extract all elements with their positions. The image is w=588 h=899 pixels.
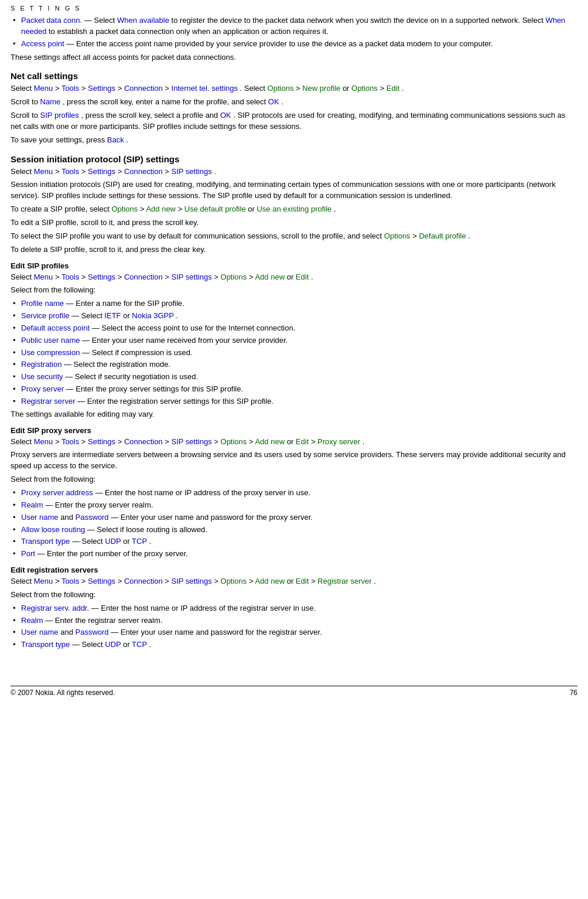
text: > bbox=[140, 205, 146, 213]
list-item-content: Realm — Enter the registrar server realm… bbox=[21, 615, 577, 626]
text: or bbox=[123, 537, 132, 546]
text: . bbox=[402, 84, 404, 93]
list-item-content: Public user name — Enter your user name … bbox=[21, 335, 577, 346]
list-item-content: Access point — Enter the access point na… bbox=[21, 39, 577, 50]
text: > bbox=[249, 437, 255, 446]
settings-link: Settings bbox=[88, 273, 115, 281]
text: . bbox=[176, 311, 178, 320]
bullet-dot: • bbox=[11, 500, 21, 511]
settings-link: Settings bbox=[88, 167, 115, 176]
edit-reg-heading: Edit registration servers bbox=[11, 566, 577, 574]
text: . bbox=[374, 577, 376, 585]
text: . bbox=[281, 97, 283, 106]
use-security-link: Use security bbox=[21, 372, 63, 381]
text: and bbox=[60, 628, 75, 636]
text: > bbox=[165, 437, 171, 446]
text: To save your settings, press bbox=[11, 135, 107, 144]
realm-link: Realm bbox=[21, 500, 43, 509]
default-access-point-link: Default access point bbox=[21, 323, 90, 332]
text: — Enter the proxy server settings for th… bbox=[66, 384, 244, 393]
list-item: • Realm — Enter the proxy server realm. bbox=[11, 500, 577, 511]
transport-type-link: Transport type bbox=[21, 640, 70, 649]
options-link: Options bbox=[221, 273, 247, 281]
when-available-link: When available bbox=[117, 16, 169, 25]
text: and bbox=[60, 513, 75, 522]
ok2-link: OK bbox=[220, 111, 231, 120]
text: or bbox=[287, 273, 296, 281]
text: Select bbox=[11, 577, 34, 585]
list-item-content: User name and Password — Enter your user… bbox=[21, 512, 577, 523]
text: or bbox=[123, 311, 132, 320]
sip-settings-link: SIP settings bbox=[172, 577, 212, 585]
realm-link: Realm bbox=[21, 616, 43, 625]
text: . bbox=[311, 273, 313, 281]
password-link: Password bbox=[76, 513, 109, 522]
back-link: Back bbox=[107, 135, 124, 144]
text: — Select if security negotiation is used… bbox=[65, 372, 198, 381]
registrar-server-link: Registrar server bbox=[317, 577, 371, 585]
list-item-content: Transport type — Select UDP or TCP . bbox=[21, 639, 577, 651]
sip-profiles-link: SIP profiles bbox=[40, 111, 79, 120]
sip-p1: Select Menu > Tools > Settings > Connect… bbox=[11, 166, 577, 178]
packet-data-conn-link: Packet data conn. bbox=[21, 16, 82, 25]
use-compression-link: Use compression bbox=[21, 348, 80, 357]
text: Select bbox=[11, 273, 34, 281]
text: . bbox=[334, 205, 336, 213]
text: — Enter the host name or IP address of t… bbox=[95, 488, 310, 497]
bullet-dot: • bbox=[11, 615, 21, 626]
settings-link: Settings bbox=[88, 84, 115, 93]
text: — Enter your user name and password for … bbox=[111, 513, 313, 522]
password-link: Password bbox=[76, 628, 109, 636]
menu-link: Menu bbox=[34, 167, 53, 176]
proxy-server-link: Proxy server bbox=[21, 384, 64, 393]
copyright: © 2007 Nokia. All rights reserved. bbox=[11, 689, 115, 697]
text: . bbox=[149, 537, 152, 546]
tools-link: Tools bbox=[61, 167, 79, 176]
bullet-dot: • bbox=[11, 39, 21, 50]
add-new-link: Add new bbox=[255, 577, 285, 585]
bullet-dot: • bbox=[11, 323, 21, 334]
text: or bbox=[343, 84, 351, 93]
options2-link: Options bbox=[351, 84, 378, 93]
text: > bbox=[214, 273, 220, 281]
list-item-content: Proxy server address — Enter the host na… bbox=[21, 488, 577, 499]
bullet-dot: • bbox=[11, 549, 21, 560]
text: — Select bbox=[84, 16, 117, 25]
tcp-link: TCP bbox=[132, 537, 147, 546]
access-point-link: Access point bbox=[21, 39, 64, 48]
text: > bbox=[118, 84, 124, 93]
edit-proxy-p2: Proxy servers are intermediate servers b… bbox=[11, 450, 577, 472]
menu-link: Menu bbox=[34, 437, 53, 446]
page-number: 76 bbox=[570, 689, 577, 697]
list-item-content: Use compression — Select if compression … bbox=[21, 348, 577, 359]
text: Scroll to bbox=[11, 111, 40, 120]
text: — Select if compression is used. bbox=[82, 348, 193, 357]
page-title: S e t t i n g s bbox=[11, 5, 577, 12]
net-call-p3: Scroll to SIP profiles , press the scrol… bbox=[11, 110, 577, 132]
text: > bbox=[118, 167, 124, 176]
edit-proxy-p1: Select Menu > Tools > Settings > Connect… bbox=[11, 437, 577, 448]
list-item: • Access point — Enter the access point … bbox=[11, 39, 577, 50]
text: — Select bbox=[72, 640, 105, 649]
bullet-dot: • bbox=[11, 525, 21, 536]
text: > bbox=[81, 273, 88, 281]
bullet-dot: • bbox=[11, 627, 21, 638]
text: , press the scroll key, enter a name for… bbox=[63, 97, 268, 106]
bullet-dot: • bbox=[11, 396, 21, 407]
list-item-content: Realm — Enter the proxy server realm. bbox=[21, 500, 577, 511]
edit-sip-p1: Select Menu > Tools > Settings > Connect… bbox=[11, 272, 577, 283]
options-link: Options bbox=[268, 84, 294, 93]
text: Select bbox=[11, 84, 34, 93]
options-link: Options bbox=[221, 437, 247, 446]
edit-sip-note: The settings available for editing may v… bbox=[11, 409, 577, 420]
list-item-content: Transport type — Select UDP or TCP . bbox=[21, 536, 577, 547]
text: Select bbox=[11, 167, 34, 176]
text: — Select the access point to use for the… bbox=[92, 323, 296, 332]
text: . Select bbox=[240, 84, 268, 93]
text: > bbox=[81, 577, 88, 585]
edit-link: Edit bbox=[387, 84, 399, 93]
text: > bbox=[165, 84, 171, 93]
allow-loose-routing-link: Allow loose routing bbox=[21, 525, 85, 534]
text: > bbox=[380, 84, 387, 93]
connection-link: Connection bbox=[124, 167, 163, 176]
